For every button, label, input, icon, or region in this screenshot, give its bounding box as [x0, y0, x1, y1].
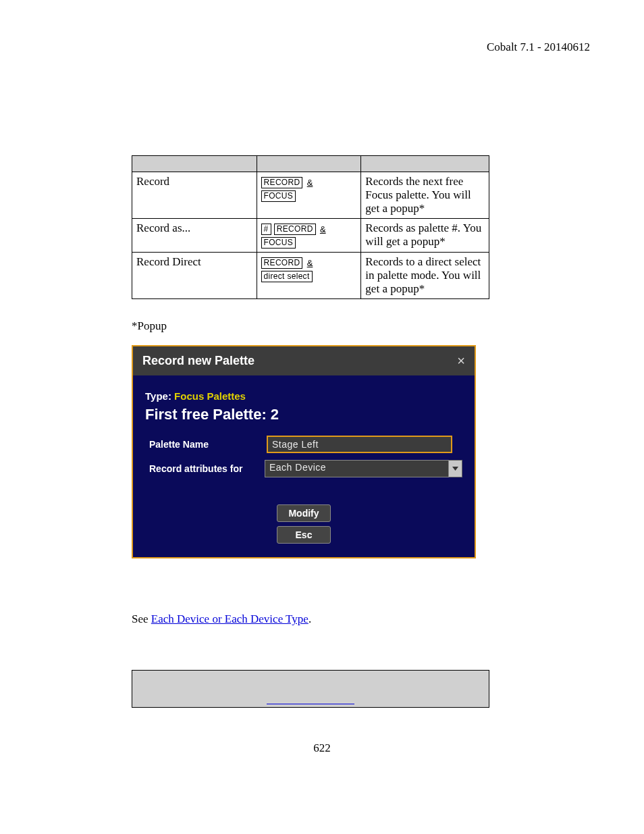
table-row: RecordRECORD & FOCUSRecords the next fre… [132, 172, 489, 219]
dialog-title: Record new Palette [142, 354, 254, 368]
keys-cell: # RECORD & FOCUS [257, 219, 361, 253]
close-icon[interactable]: × [457, 353, 465, 369]
keycap: # [261, 224, 271, 235]
ampersand: & [320, 224, 326, 234]
desc-cell: Records as palette #. You will get a pop… [361, 219, 489, 253]
ampersand: & [307, 178, 313, 188]
th-desc [361, 156, 489, 172]
ampersand: & [307, 258, 313, 268]
doc-header: Cobalt 7.1 - 20140612 [487, 41, 590, 54]
dialog-titlebar: Record new Palette × [133, 346, 475, 375]
desc-cell: Records the next free Focus palette. You… [361, 172, 489, 219]
table-row: Record as...# RECORD & FOCUSRecords as p… [132, 219, 489, 253]
footer-grey-box [132, 670, 489, 708]
page-number: 622 [0, 741, 644, 755]
action-cell: Record [132, 172, 257, 219]
modify-button[interactable]: Modify [277, 504, 331, 522]
keys-cell: RECORD & FOCUS [257, 172, 361, 219]
see-prefix: See [132, 613, 151, 625]
see-link-line: See Each Device or Each Device Type. [132, 613, 489, 626]
record-attr-row: Record attributes for Each Device [145, 460, 462, 477]
desc-cell: Records to a direct select in palette mo… [361, 253, 489, 299]
keycap: RECORD [261, 177, 303, 188]
see-suffix: . [308, 613, 311, 625]
footer-underline [267, 704, 354, 704]
th-action [132, 156, 257, 172]
keys-cell: RECORD & direct select [257, 253, 361, 299]
action-cell: Record Direct [132, 253, 257, 299]
table-row: Record DirectRECORD & direct selectRecor… [132, 253, 489, 299]
record-attr-value: Each Device [265, 460, 449, 477]
keycap: FOCUS [261, 237, 296, 249]
chevron-down-icon[interactable] [449, 460, 462, 477]
type-line: Type: Focus Palettes [145, 390, 462, 402]
actions-table: RecordRECORD & FOCUSRecords the next fre… [132, 155, 489, 299]
dialog-body: Type: Focus Palettes First free Palette:… [133, 375, 475, 557]
type-label: Type: [145, 390, 171, 402]
th-keys [257, 156, 361, 172]
keycap: direct select [261, 271, 313, 282]
keycap: FOCUS [261, 190, 296, 202]
popup-note: *Popup [132, 319, 489, 333]
palette-name-row: Palette Name [145, 436, 462, 453]
action-cell: Record as... [132, 219, 257, 253]
page-content: RecordRECORD & FOCUSRecords the next fre… [132, 155, 489, 708]
esc-button[interactable]: Esc [277, 526, 331, 544]
dialog-buttons: Modify Esc [145, 504, 462, 544]
record-attr-label: Record attributes for [145, 463, 265, 474]
palette-name-label: Palette Name [145, 439, 267, 450]
keycap: RECORD [261, 257, 303, 269]
record-palette-dialog: Record new Palette × Type: Focus Palette… [132, 345, 476, 558]
each-device-link[interactable]: Each Device or Each Device Type [151, 613, 308, 625]
record-attr-select[interactable]: Each Device [265, 460, 462, 477]
palette-name-input[interactable] [267, 436, 452, 453]
type-value: Focus Palettes [174, 390, 246, 402]
free-palette-label: First free Palette: 2 [145, 406, 462, 423]
keycap: RECORD [274, 224, 316, 235]
